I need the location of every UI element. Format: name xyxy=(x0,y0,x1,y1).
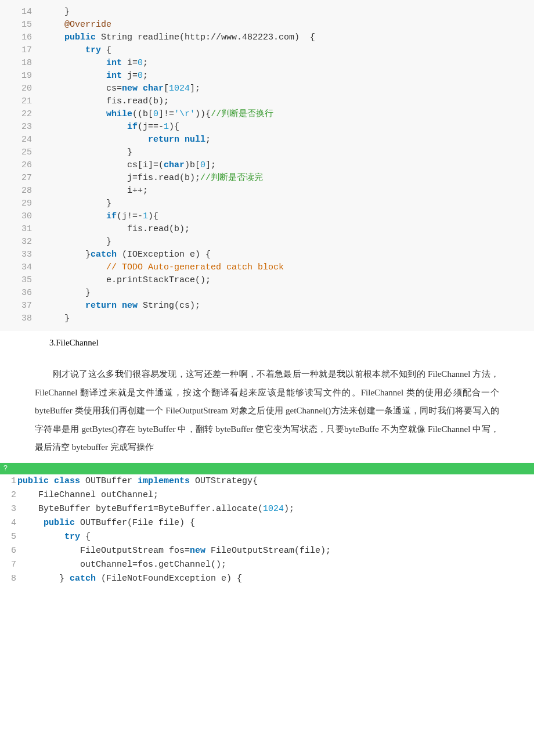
code-line: 28 i++; xyxy=(0,185,534,197)
body-text: 刚才说了这么多我们很容易发现，这写还差一种啊，不着急最后一种就是我以前根本就不知… xyxy=(0,354,534,463)
code-content: public class OUTBuffer implements OUTStr… xyxy=(17,474,534,488)
code-content: } xyxy=(44,312,534,325)
code-line: 29 } xyxy=(0,197,534,210)
code-line: 17 try { xyxy=(0,44,534,57)
line-number: 36 xyxy=(0,287,44,300)
line-number: 15 xyxy=(0,19,44,31)
code-line: 31 fis.read(b); xyxy=(0,223,534,236)
line-number: 30 xyxy=(0,210,44,223)
code-line: 1public class OUTBuffer implements OUTSt… xyxy=(0,474,534,488)
code-line: 5 try { xyxy=(0,530,534,544)
code-content: return null; xyxy=(44,134,534,146)
page-container: 14 }15 @Override16 public String readlin… xyxy=(0,0,534,586)
code-line: 18 int i=0; xyxy=(0,57,534,70)
line-number: 8 xyxy=(0,572,17,586)
section-title: 3.FileChannel xyxy=(0,338,534,348)
code-content: } xyxy=(44,287,534,300)
code-line: 25 } xyxy=(0,146,534,159)
line-number: 27 xyxy=(0,172,44,185)
line-number: 18 xyxy=(0,57,44,70)
line-number: 4 xyxy=(0,516,17,530)
code-line: 19 int j=0; xyxy=(0,70,534,82)
line-number: 19 xyxy=(0,70,44,82)
line-number: 29 xyxy=(0,197,44,210)
code-line: 22 while((b[0]!='\r')){//判断是否换行 xyxy=(0,108,534,121)
line-number: 1 xyxy=(0,474,17,488)
line-number: 35 xyxy=(0,274,44,287)
code-line: 30 if(j!=-1){ xyxy=(0,210,534,223)
line-number: 38 xyxy=(0,312,44,325)
line-number: 16 xyxy=(0,31,44,44)
code-content: try { xyxy=(44,44,534,57)
code-content: public OUTBuffer(File file) { xyxy=(17,516,534,530)
code-line: 23 if(j==-1){ xyxy=(0,121,534,134)
line-number: 26 xyxy=(0,159,44,172)
code-content: try { xyxy=(17,530,534,544)
line-number: 25 xyxy=(0,146,44,159)
line-number: 21 xyxy=(0,95,44,108)
line-number: 5 xyxy=(0,530,17,544)
line-number: 37 xyxy=(0,300,44,312)
code-content: } xyxy=(44,6,534,19)
code-content: outChannel=fos.getChannel(); xyxy=(17,558,534,572)
code-content: if(j==-1){ xyxy=(44,121,534,134)
code-content: } catch (FileNotFoundException e) { xyxy=(17,572,534,586)
code-line: 7 outChannel=fos.getChannel(); xyxy=(0,558,534,572)
code-line: 38 } xyxy=(0,312,534,325)
code-line: 26 cs[i]=(char)b[0]; xyxy=(0,159,534,172)
line-number: 2 xyxy=(0,488,17,502)
code-line: 3 ByteBuffer byteBuffer1=ByteBuffer.allo… xyxy=(0,502,534,516)
line-number: 14 xyxy=(0,6,44,19)
code-content: FileChannel outChannel; xyxy=(17,488,534,502)
code-line: 36 } xyxy=(0,287,534,300)
code-line: 2 FileChannel outChannel; xyxy=(0,488,534,502)
line-number: 33 xyxy=(0,249,44,261)
code-line: 24 return null; xyxy=(0,134,534,146)
code-line: 34 // TODO Auto-generated catch block xyxy=(0,261,534,274)
code-line: 4 public OUTBuffer(File file) { xyxy=(0,516,534,530)
code-content: cs=new char[1024]; xyxy=(44,82,534,95)
code-content: cs[i]=(char)b[0]; xyxy=(44,159,534,172)
code-block-1: 14 }15 @Override16 public String readlin… xyxy=(0,0,534,331)
code-line: 16 public String readline(http://www.482… xyxy=(0,31,534,44)
code-content: return new String(cs); xyxy=(44,300,534,312)
code-content: @Override xyxy=(44,19,534,31)
code-line: 15 @Override xyxy=(0,19,534,31)
code-content: e.printStackTrace(); xyxy=(44,274,534,287)
code-content: } xyxy=(44,197,534,210)
code-content: while((b[0]!='\r')){//判断是否换行 xyxy=(44,108,534,121)
code-content: } xyxy=(44,236,534,249)
code-content: // TODO Auto-generated catch block xyxy=(44,261,534,274)
line-number: 7 xyxy=(0,558,17,572)
code-content: i++; xyxy=(44,185,534,197)
code-content: public String readline(http://www.482223… xyxy=(44,31,534,44)
line-number: 34 xyxy=(0,261,44,274)
line-number: 31 xyxy=(0,223,44,236)
code-content: fis.read(b); xyxy=(44,95,534,108)
line-number: 24 xyxy=(0,134,44,146)
code-content: if(j!=-1){ xyxy=(44,210,534,223)
code-line: 8 } catch (FileNotFoundException e) { xyxy=(0,572,534,586)
line-number: 6 xyxy=(0,544,17,558)
code-content: int i=0; xyxy=(44,57,534,70)
code-line: 37 return new String(cs); xyxy=(0,300,534,312)
code-line: 32 } xyxy=(0,236,534,249)
code-content: FileOutputStream fos=new FileOutputStrea… xyxy=(17,544,534,558)
line-number: 23 xyxy=(0,121,44,134)
code-line: 21 fis.read(b); xyxy=(0,95,534,108)
line-number: 3 xyxy=(0,502,17,516)
line-number: 22 xyxy=(0,108,44,121)
code-line: 20 cs=new char[1024]; xyxy=(0,82,534,95)
code-content: }catch (IOException e) { xyxy=(44,249,534,261)
code-content: ByteBuffer byteBuffer1=ByteBuffer.alloca… xyxy=(17,502,534,516)
code-line: 27 j=fis.read(b);//判断是否读完 xyxy=(0,172,534,185)
code-line: 33 }catch (IOException e) { xyxy=(0,249,534,261)
green-separator: ? xyxy=(0,463,534,474)
line-number: 17 xyxy=(0,44,44,57)
code-content: } xyxy=(44,146,534,159)
line-number: 20 xyxy=(0,82,44,95)
line-number: 28 xyxy=(0,185,44,197)
code-line: 35 e.printStackTrace(); xyxy=(0,274,534,287)
code-line: 6 FileOutputStream fos=new FileOutputStr… xyxy=(0,544,534,558)
code-content: int j=0; xyxy=(44,70,534,82)
